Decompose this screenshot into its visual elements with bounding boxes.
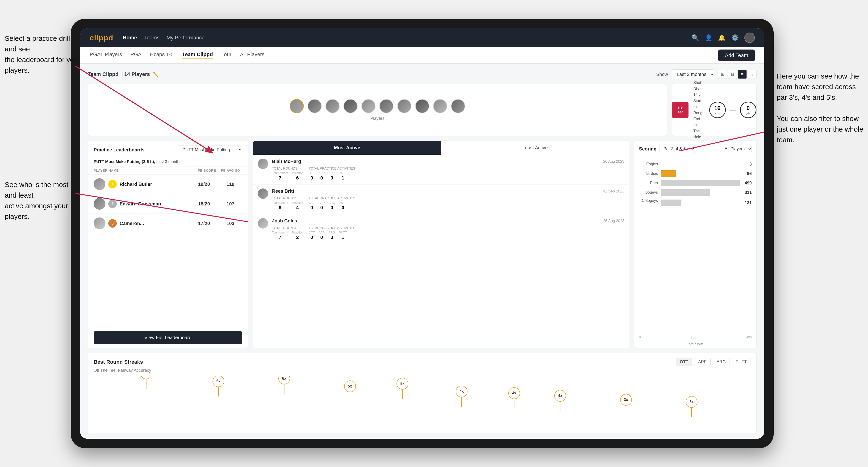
eagles-bar: [661, 161, 661, 167]
active-stats-1: Total Rounds Tournament 7 Practice: [272, 166, 624, 181]
practice-activities-group: Total Practice Activities OTT 0 APP: [309, 226, 355, 240]
bell-icon[interactable]: 🔔: [718, 34, 725, 41]
practice-subtitle: PUTT Must Make Putting (3-6 ft), Last 3 …: [88, 157, 248, 167]
rounds-values: Tournament 7 Practice 6: [272, 171, 303, 181]
streak-bubble: 5x: [344, 380, 356, 392]
table-row: 1 Richard Butler 19/20 110: [88, 175, 248, 194]
dbogeys-bar: [661, 199, 681, 206]
streak-app-btn[interactable]: APP: [694, 358, 711, 366]
active-date-1: 26 Aug 2023: [603, 159, 624, 164]
edit-icon[interactable]: ✏️: [153, 72, 158, 77]
tab-most-active[interactable]: Most Active: [253, 141, 441, 155]
view-grid-small[interactable]: ⊞: [718, 70, 727, 79]
eagles-bar-container: [661, 161, 745, 167]
players-label: Players: [370, 116, 384, 121]
streak-bubble: 6x: [213, 376, 224, 387]
player-avatar[interactable]: [326, 99, 340, 113]
bogeys-bar-container: [661, 189, 740, 196]
active-avatar-2[interactable]: [258, 188, 268, 199]
bogeys-value: 311: [745, 190, 752, 195]
active-rows: Blair McHarg 26 Aug 2023 Total Rounds To…: [253, 155, 629, 348]
streak-arg-btn[interactable]: ARG: [713, 358, 730, 366]
player-avatar[interactable]: [361, 99, 375, 113]
list-item: Josh Coles 26 Aug 2023 Total Rounds Tour…: [253, 214, 629, 244]
team-title: Team Clippd | 14 Players ✏️: [88, 71, 158, 77]
drill-select[interactable]: PUTT Must Make Putting ...: [178, 146, 242, 154]
scoring-filter[interactable]: Par 3, 4 & 5s: [659, 145, 695, 153]
view-sort[interactable]: ↕: [748, 70, 757, 79]
subnav-team-clippd[interactable]: Team Clippd: [182, 52, 213, 59]
scoring-header: Scoring Par 3, 4 & 5s All Players: [634, 141, 756, 157]
row-avg-3: 103: [219, 221, 242, 226]
chart-axis: 0 200 400: [634, 335, 756, 340]
subnav-pga[interactable]: PGA: [130, 52, 141, 59]
settings-icon[interactable]: ⚙️: [731, 34, 739, 41]
total-rounds-group: Total Rounds Tournament 7 Practice: [272, 166, 303, 181]
nav-links: Home Teams My Performance: [123, 35, 682, 41]
tab-least-active[interactable]: Least Active: [441, 141, 629, 155]
streak-ott-btn[interactable]: OTT: [676, 358, 692, 366]
active-stats-3: Total Rounds Tournament 7 Practice: [272, 226, 624, 240]
active-avatar-1[interactable]: [258, 159, 268, 169]
player-avatar[interactable]: [433, 99, 447, 113]
streak-point-3x-1: 3x: [620, 394, 632, 415]
active-name-2: Rees Britt: [272, 188, 294, 194]
player-avatar[interactable]: [415, 99, 429, 113]
subnav-all-players[interactable]: All Players: [240, 52, 265, 59]
view-leaderboard-button[interactable]: View Full Leaderboard: [94, 331, 242, 344]
active-name-3: Josh Coles: [272, 218, 297, 224]
col-pb-score: PB SCORE: [195, 168, 219, 173]
add-team-button[interactable]: Add Team: [718, 50, 755, 61]
players-panel: Players: [88, 84, 667, 136]
active-info-3: Josh Coles 26 Aug 2023 Total Rounds Tour…: [272, 218, 624, 240]
pars-bar: [661, 180, 740, 186]
start-lie: Start Lie: Rough: [693, 98, 704, 116]
navbar-icons: 🔍 👤 🔔 ⚙️: [691, 33, 755, 43]
show-select[interactable]: Last 3 months: [672, 69, 714, 79]
streak-point-7x-1: 7x: [140, 376, 152, 389]
player-avatar-1[interactable]: [94, 178, 105, 190]
streak-point-5x-1: 5x: [344, 380, 356, 402]
subnav-hcaps[interactable]: Hcaps 1-5: [150, 52, 174, 59]
scoring-panel: Scoring Par 3, 4 & 5s All Players Eagles: [634, 141, 757, 348]
logo: clippd: [90, 33, 113, 42]
streak-bubble: 4x: [456, 385, 467, 398]
streak-putt-btn[interactable]: PUTT: [732, 358, 751, 366]
subnav-pgat[interactable]: PGAT Players: [90, 52, 122, 59]
leaderboard-rows: 1 Richard Butler 19/20 110 2 Edward Cro: [88, 175, 248, 328]
shot-circles: 16 yds — 0 yds: [709, 102, 756, 118]
nav-my-performance[interactable]: My Performance: [166, 35, 205, 41]
team-header: Team Clippd | 14 Players ✏️ Show Last 3 …: [88, 69, 757, 79]
dbogeys-value: 131: [745, 200, 752, 206]
view-list[interactable]: ≡: [738, 70, 747, 79]
player-avatar[interactable]: [451, 99, 465, 113]
subnav-tour[interactable]: Tour: [221, 52, 231, 59]
person-icon[interactable]: 👤: [705, 34, 712, 41]
nav-teams[interactable]: Teams: [144, 35, 159, 41]
practice-title: Practice Leaderboards: [94, 147, 145, 153]
player-avatar[interactable]: [343, 99, 358, 113]
view-grid[interactable]: ▦: [728, 70, 737, 79]
pars-value: 499: [745, 181, 752, 186]
col-pb-avg: PB AVG SQ: [219, 168, 242, 173]
player-avatar-3[interactable]: [94, 217, 105, 229]
scoring-players-filter[interactable]: All Players: [720, 145, 752, 153]
nav-home[interactable]: Home: [123, 35, 137, 41]
eagles-label: Eagles: [639, 162, 658, 166]
player-avatar-2[interactable]: [94, 198, 105, 210]
streaks-chart: 7x 6x 6x 5x: [94, 376, 751, 428]
active-avatar-3[interactable]: [258, 218, 268, 228]
streaks-buttons: OTT APP ARG PUTT: [676, 358, 751, 366]
streak-bubble: 7x: [140, 376, 152, 379]
player-avatar[interactable]: [397, 99, 411, 113]
player-avatar[interactable]: [290, 99, 304, 113]
col-player-name: PLAYER NAME: [94, 168, 195, 173]
eagles-value: 3: [749, 162, 752, 167]
player-avatar[interactable]: [308, 99, 322, 113]
search-icon[interactable]: 🔍: [691, 34, 699, 41]
streak-bubble: 5x: [397, 378, 408, 390]
view-icons: ⊞ ▦ ≡ ↕: [718, 70, 757, 79]
chart-row-pars: Pars 499: [639, 180, 752, 186]
player-avatar[interactable]: [379, 99, 394, 113]
avatar[interactable]: [744, 33, 755, 43]
